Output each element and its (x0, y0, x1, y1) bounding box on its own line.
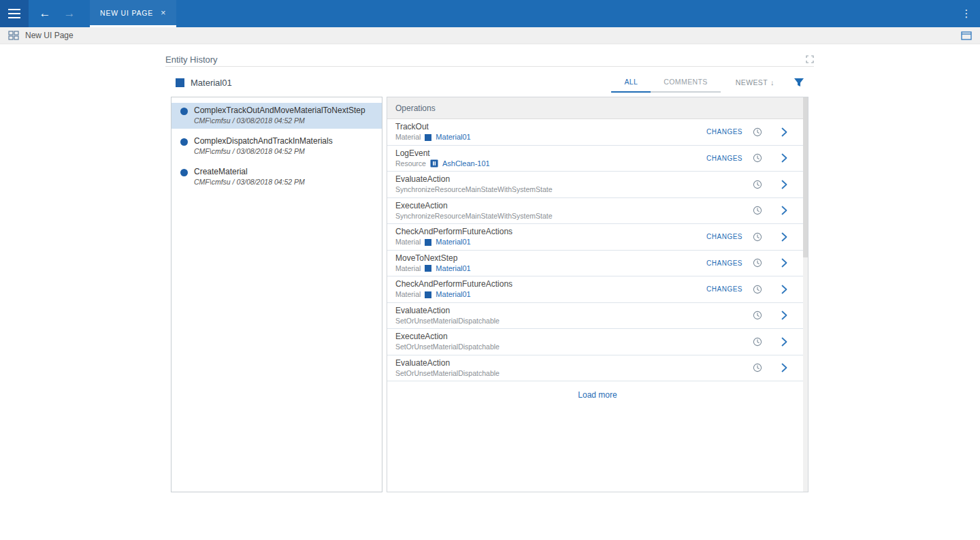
operation-subtitle: SynchronizeResourceMainStateWithSystemSt… (395, 185, 553, 194)
operation-title: EvaluateAction (395, 174, 681, 184)
back-icon[interactable]: ← (33, 7, 57, 20)
changes-link[interactable]: CHANGES (681, 233, 742, 240)
operation-entity-link[interactable]: Material01 (436, 264, 470, 273)
chevron-right-icon[interactable] (772, 285, 796, 294)
operation-main: ExecuteAction SetOrUnsetMaterialDispatch… (395, 332, 681, 351)
top-app-bar: ← → NEW UI PAGE × ⋮ (0, 0, 980, 27)
history-clock-icon[interactable] (742, 206, 772, 215)
operation-entity-type-label: Material (395, 238, 421, 247)
operation-title: EvaluateAction (395, 306, 681, 315)
tab-comments[interactable]: COMMENTS (651, 72, 720, 93)
entity-history-header: Entity History (165, 52, 814, 66)
chevron-right-icon[interactable] (772, 311, 796, 320)
operation-title: ExecuteAction (395, 201, 681, 210)
timeline-item-text: CreateMaterial CMF\cmfsu / 03/08/2018 04… (194, 167, 305, 187)
operation-row[interactable]: ExecuteAction SynchronizeResourceMainSta… (387, 198, 808, 225)
forward-icon[interactable]: → (57, 7, 82, 20)
history-clock-icon[interactable] (742, 153, 772, 163)
menu-button[interactable] (0, 0, 29, 27)
hamburger-icon (8, 9, 20, 10)
sort-label: NEWEST (736, 78, 768, 86)
timeline-item-meta: CMF\cmfsu / 03/08/2018 04:52 PM (194, 116, 365, 125)
entity-identity: Material01 (176, 78, 232, 88)
operation-row[interactable]: MoveToNextStep Material Material01 CHANG… (387, 251, 808, 277)
operation-row[interactable]: EvaluateAction SetOrUnsetMaterialDispatc… (387, 303, 808, 330)
operation-title: TrackOut (395, 122, 681, 131)
sort-control[interactable]: NEWEST ↓ (736, 78, 774, 86)
operation-row[interactable]: EvaluateAction SetOrUnsetMaterialDispatc… (387, 355, 808, 382)
filter-icon[interactable] (794, 78, 804, 87)
entity-filter-row: Material01 ALL COMMENTS NEWEST ↓ (165, 72, 814, 93)
timeline-panel: ComplexTrackOutAndMoveMaterialToNextStep… (171, 97, 382, 492)
changes-link[interactable]: CHANGES (681, 285, 742, 293)
timeline-item[interactable]: CreateMaterial CMF\cmfsu / 03/08/2018 04… (172, 164, 382, 190)
load-more-link[interactable]: Load more (387, 390, 808, 400)
history-clock-icon[interactable] (742, 232, 772, 242)
operation-entity-link[interactable]: Material01 (436, 133, 470, 142)
timeline-dot-icon (180, 108, 188, 115)
scrollbar-thumb[interactable] (803, 97, 808, 257)
operation-main: ExecuteAction SynchronizeResourceMainSta… (395, 201, 681, 221)
chevron-right-icon[interactable] (772, 153, 796, 163)
topbar-spacer (176, 0, 953, 27)
expand-icon[interactable] (806, 55, 814, 63)
operation-actions: CHANGES (681, 363, 796, 372)
chevron-right-icon[interactable] (772, 232, 796, 242)
operation-entity-type-label: Material (395, 264, 421, 273)
chevron-right-icon[interactable] (772, 258, 796, 268)
timeline-item-title: ComplexTrackOutAndMoveMaterialToNextStep (194, 106, 365, 116)
chevron-right-icon[interactable] (772, 127, 796, 137)
history-clock-icon[interactable] (742, 337, 772, 347)
operation-title: ExecuteAction (395, 332, 681, 341)
operation-row[interactable]: EvaluateAction SynchronizeResourceMainSt… (387, 172, 808, 198)
operation-entity: Material Material01 (395, 264, 471, 273)
tab-all[interactable]: ALL (611, 72, 651, 93)
changes-link[interactable]: CHANGES (681, 155, 742, 162)
resource-icon (430, 159, 438, 168)
operation-main: TrackOut Material Material01 (395, 122, 681, 142)
operation-entity-link[interactable]: AshClean-101 (442, 159, 490, 168)
history-clock-icon[interactable] (742, 258, 772, 268)
operation-row[interactable]: CheckAndPerformFutureActions Material Ma… (387, 276, 808, 303)
operation-main: LogEvent Resource AshClean-101 (395, 148, 681, 168)
operation-subline: Material Material01 (395, 264, 681, 273)
chevron-right-icon[interactable] (772, 180, 796, 189)
panel-icon[interactable] (961, 31, 972, 40)
operation-actions: CHANGES (681, 127, 796, 137)
timeline-item-text: ComplexDispatchAndTrackInMaterials CMF\c… (194, 136, 333, 156)
scrollbar-track[interactable] (803, 97, 808, 492)
operation-entity-link[interactable]: Material01 (436, 238, 470, 247)
history-clock-icon[interactable] (742, 180, 772, 189)
main-content: Entity History Material01 ALL COMMENTS N… (0, 44, 980, 540)
timeline-item[interactable]: ComplexTrackOutAndMoveMaterialToNextStep… (172, 103, 382, 129)
tab-new-ui-page[interactable]: NEW UI PAGE × (90, 0, 176, 27)
history-clock-icon[interactable] (742, 127, 772, 137)
operation-row[interactable]: LogEvent Resource AshClean-101 (387, 146, 808, 172)
chevron-right-icon[interactable] (772, 337, 796, 347)
timeline-item-meta: CMF\cmfsu / 03/08/2018 04:52 PM (194, 146, 333, 156)
timeline-item[interactable]: ComplexDispatchAndTrackInMaterials CMF\c… (172, 133, 382, 159)
history-clock-icon[interactable] (742, 285, 772, 294)
operations-list: TrackOut Material Material01 CHANGES (387, 119, 808, 381)
header-divider (165, 66, 814, 67)
changes-link[interactable]: CHANGES (681, 128, 742, 136)
timeline-dot-icon (180, 138, 188, 146)
history-clock-icon[interactable] (742, 363, 772, 372)
operation-row[interactable]: CheckAndPerformFutureActions Material Ma… (387, 224, 808, 251)
close-icon[interactable]: × (161, 8, 166, 17)
timeline-item-meta: CMF\cmfsu / 03/08/2018 04:52 PM (194, 177, 305, 187)
changes-link[interactable]: CHANGES (681, 259, 742, 267)
chevron-right-icon[interactable] (772, 206, 796, 215)
operation-entity-type-label: Resource (395, 159, 426, 168)
timeline-item-text: ComplexTrackOutAndMoveMaterialToNextStep… (194, 106, 365, 125)
operation-subline: SetOrUnsetMaterialDispatchable (395, 369, 681, 378)
operation-entity-link[interactable]: Material01 (436, 290, 470, 299)
operation-row[interactable]: ExecuteAction SetOrUnsetMaterialDispatch… (387, 329, 808, 355)
operation-row[interactable]: TrackOut Material Material01 CHANGES (387, 119, 808, 146)
operation-subtitle: SynchronizeResourceMainStateWithSystemSt… (395, 212, 553, 221)
history-clock-icon[interactable] (742, 311, 772, 320)
timeline-item-title: CreateMaterial (194, 167, 305, 177)
more-options-icon[interactable]: ⋮ (953, 0, 980, 27)
chevron-right-icon[interactable] (772, 363, 796, 372)
view-controls: ALL COMMENTS NEWEST ↓ (611, 72, 814, 93)
